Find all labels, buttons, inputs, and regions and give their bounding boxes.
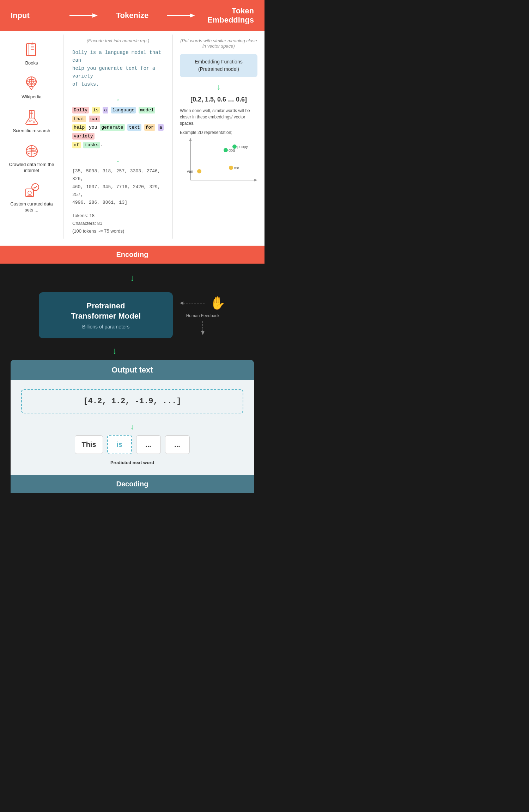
token-stats: Tokens: 18 Characters: 81 (100 tokens ~=… <box>72 212 164 235</box>
input-column: Books Wikipedia <box>0 35 63 239</box>
svg-text:dog: dog <box>229 148 235 152</box>
books-label: Books <box>25 60 38 66</box>
input-crawled: WWW Crawled data from the internet <box>5 140 58 177</box>
svg-point-37 <box>32 184 39 191</box>
wikipedia-label: Wikipedia <box>22 94 41 100</box>
svg-point-45 <box>224 148 228 152</box>
top-section: Input Tokenize Token Embeddings <box>0 0 264 246</box>
transformer-subtitle: Billions of parameters <box>53 324 159 330</box>
embedding-box: Embedding Functions(Pretrained model) <box>180 54 257 77</box>
scientific-label: Scientific research <box>13 128 50 134</box>
transformer-area: PretrainedTransformer Model Billions of … <box>0 285 264 342</box>
vector-text: [0.2, 1.5, 0.6 … 0.6] <box>180 96 257 103</box>
svg-point-36 <box>28 191 31 195</box>
input-custom: Custom curated data sets ... <box>5 179 58 216</box>
token-highlights: Dolly is a language model that can help … <box>72 106 164 149</box>
input-books: Books <box>21 38 42 69</box>
crawled-label: Crawled data from the internet <box>7 162 56 174</box>
svg-marker-42 <box>189 138 192 141</box>
svg-point-49 <box>197 169 201 173</box>
bottom-section: ↓ PretrainedTransformer Model Billions o… <box>0 264 264 493</box>
svg-text:car: car <box>234 166 239 170</box>
human-icon: ✋ <box>210 296 226 310</box>
input-header: Input <box>11 11 59 20</box>
chart-2d: puppy dog car van <box>180 138 257 187</box>
svg-point-26 <box>31 120 32 121</box>
tokenize-column: (Encode text into numeric rep.) Dolly is… <box>63 35 173 239</box>
svg-marker-41 <box>254 179 257 182</box>
tokenize-header: Tokenize <box>108 11 157 20</box>
svg-point-25 <box>33 121 35 123</box>
dashed-arrow-human <box>180 299 208 307</box>
output-section: Output text [4.2, 1.2, -1.9, ...] ↓ This… <box>11 360 254 493</box>
arrow-down-2: ↓ <box>72 155 164 164</box>
dashed-arrow-down <box>199 321 207 335</box>
output-vector: [4.2, 1.2, -1.9, ...] <box>83 397 181 406</box>
example-2d-label: Example 2D representation; <box>180 130 257 135</box>
header-bar: Input Tokenize Token Embeddings <box>0 0 264 31</box>
word-is-predicted: is <box>107 435 132 454</box>
predicted-label: Predicted next word <box>21 460 243 466</box>
embeddings-header: Token Embeddings <box>205 6 254 25</box>
word-boxes: This is ... ... <box>21 435 243 454</box>
encoding-bar: Encoding <box>0 246 264 264</box>
word-dot2: ... <box>165 435 190 454</box>
embedding-column: (Put words with similar meaning close in… <box>173 35 264 239</box>
transformer-title: PretrainedTransformer Model <box>53 301 159 321</box>
svg-text:van: van <box>187 169 193 173</box>
output-title: Output text <box>111 365 153 374</box>
arrow-to-transformer: ↓ <box>0 271 264 285</box>
svg-marker-3 <box>190 13 195 18</box>
svg-marker-1 <box>92 13 98 18</box>
original-text: Dolly is a language model that canhelp y… <box>72 49 164 88</box>
output-vector-box: [4.2, 1.2, -1.9, ...] <box>21 389 243 413</box>
human-feedback-label: Human Feedback <box>186 313 220 318</box>
input-scientific: Scientific research <box>11 106 52 137</box>
arrow-to-output: ↓ <box>113 344 117 358</box>
decoding-bar: Decoding <box>11 475 254 493</box>
encoding-title: Encoding <box>116 251 148 258</box>
tokenize-subtitle: (Encode text into numeric rep.) <box>72 38 164 43</box>
svg-text:WWW: WWW <box>31 150 36 152</box>
svg-point-47 <box>229 166 233 170</box>
arrow-to-words: ↓ <box>21 422 243 431</box>
arrow-down-1: ↓ <box>72 93 164 103</box>
svg-rect-9 <box>31 43 34 45</box>
output-header: Output text <box>11 360 254 380</box>
svg-marker-52 <box>180 301 183 305</box>
svg-marker-54 <box>201 331 205 335</box>
token-numbers: [35, 5098, 318, 257, 3303, 2746, 326,460… <box>72 167 164 206</box>
arrow-down-embed: ↓ <box>180 82 257 92</box>
custom-label: Custom curated data sets ... <box>7 201 56 213</box>
svg-point-18 <box>31 89 32 90</box>
transformer-box: PretrainedTransformer Model Billions of … <box>39 292 173 338</box>
embedding-subtitle: (Put words with similar meaning close in… <box>180 38 257 49</box>
arrow-2 <box>157 11 205 20</box>
arrow-1 <box>59 11 108 20</box>
output-body: [4.2, 1.2, -1.9, ...] ↓ This is ... ... … <box>11 380 254 475</box>
svg-text:puppy: puppy <box>237 144 248 149</box>
input-wikipedia: Wikipedia <box>20 72 43 103</box>
word-this: This <box>75 435 103 454</box>
decoding-title: Decoding <box>116 480 148 488</box>
main-content: Books Wikipedia <box>0 31 264 246</box>
embedding-desc: When done well, similar words will be cl… <box>180 107 257 127</box>
word-dot1: ... <box>136 435 161 454</box>
svg-point-24 <box>29 120 31 122</box>
